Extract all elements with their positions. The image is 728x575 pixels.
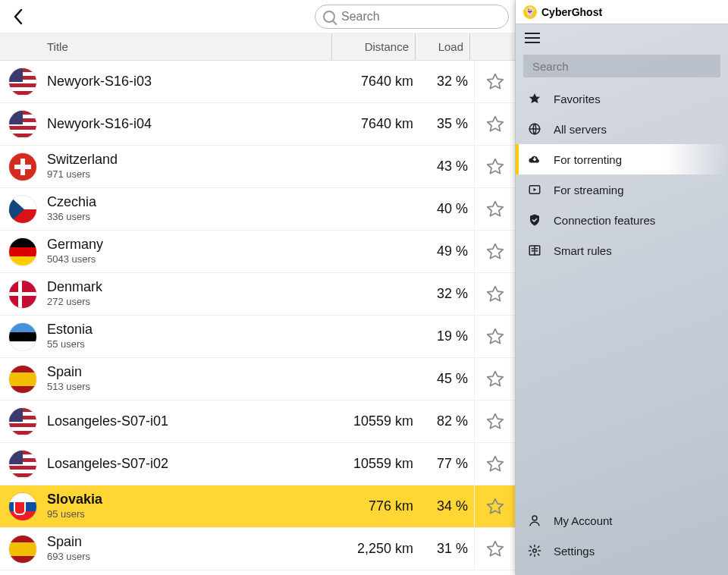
server-row[interactable]: Losangeles-S07-i0110559 km82 % <box>0 401 515 443</box>
server-titles: Spain693 users <box>47 535 336 562</box>
side-item-smart-rules[interactable]: Smart rules <box>516 235 728 266</box>
server-row[interactable]: Estonia55 users19 % <box>0 316 515 358</box>
favorite-star-button[interactable] <box>485 412 505 432</box>
col-header-load[interactable]: Load <box>415 33 469 60</box>
col-header-distance[interactable]: Distance <box>331 33 415 60</box>
shield-icon <box>528 213 541 227</box>
favorite-star-button[interactable] <box>485 115 505 134</box>
server-title: Losangeles-S07-i01 <box>47 414 336 429</box>
col-header-favorite <box>469 33 515 60</box>
favorite-star-button[interactable] <box>485 242 505 262</box>
side-item-label: Smart rules <box>554 244 612 257</box>
favorite-cell <box>474 188 515 230</box>
server-title: Losangeles-S07-i02 <box>47 457 336 472</box>
favorite-cell <box>474 146 515 187</box>
flag-icon <box>9 111 36 138</box>
server-title: Newyork-S16-i04 <box>47 117 336 132</box>
favorite-cell <box>474 316 515 357</box>
server-title: Slovakia <box>47 492 336 507</box>
side-item-for-torrenting[interactable]: For torrenting <box>516 144 728 174</box>
favorite-star-button[interactable] <box>485 497 505 517</box>
favorite-cell <box>474 231 515 272</box>
favorite-star-button[interactable] <box>485 157 505 177</box>
col-header-title[interactable]: Title <box>0 40 331 53</box>
server-load: 34 % <box>419 498 474 514</box>
side-panel: 👻 CyberGhost FavoritesAll serversFor tor… <box>516 0 728 575</box>
flag-icon <box>9 323 36 350</box>
flag-icon <box>9 68 36 96</box>
favorite-star-button[interactable] <box>485 454 505 474</box>
side-item-favorites[interactable]: Favorites <box>516 83 728 114</box>
server-titles: Estonia55 users <box>47 322 336 350</box>
server-titles: Switzerland971 users <box>47 152 336 180</box>
favorite-star-button[interactable] <box>485 327 505 347</box>
side-item-for-streaming[interactable]: For streaming <box>516 174 728 205</box>
server-row[interactable]: Newyork-S16-i047640 km35 % <box>0 103 515 146</box>
server-users: 971 users <box>47 169 336 180</box>
brand-logo-icon: 👻 <box>523 5 537 19</box>
hamburger-menu-button[interactable] <box>525 33 540 43</box>
side-item-label: Favorites <box>554 93 601 105</box>
server-title: Denmark <box>47 280 336 295</box>
favorite-cell <box>474 61 515 102</box>
server-titles: Spain513 users <box>47 365 336 392</box>
favorite-star-button[interactable] <box>485 72 505 92</box>
server-row[interactable]: Czechia336 users40 % <box>0 188 515 231</box>
server-title: Germany <box>47 237 336 253</box>
flag-icon <box>9 536 36 563</box>
favorite-star-button[interactable] <box>485 200 505 219</box>
server-row[interactable]: Newyork-S16-i037640 km32 % <box>0 61 515 103</box>
server-users: 55 users <box>47 339 336 350</box>
flag-icon <box>9 366 36 393</box>
back-button[interactable] <box>6 5 30 29</box>
server-search-input[interactable] <box>340 9 500 24</box>
server-row[interactable]: Denmark272 users32 % <box>0 273 515 316</box>
flag-icon <box>9 281 36 308</box>
server-users: 5043 users <box>47 254 336 265</box>
server-list-panel: Title Distance Load Newyork-S16-i037640 … <box>0 0 516 575</box>
server-row[interactable]: Germany5043 users49 % <box>0 231 515 273</box>
side-menu: FavoritesAll serversFor torrentingFor st… <box>516 83 728 266</box>
server-distance: 7640 km <box>336 116 419 132</box>
server-row[interactable]: Slovakia95 users776 km34 % <box>0 485 515 528</box>
search-icon <box>323 11 335 23</box>
topbar <box>0 0 515 33</box>
gear-icon <box>528 544 541 558</box>
chevron-left-icon <box>13 8 24 25</box>
server-load: 82 % <box>419 413 474 429</box>
server-row[interactable]: Spain513 users45 % <box>0 358 515 401</box>
server-load: 32 % <box>419 74 474 90</box>
play-icon <box>528 183 541 196</box>
favorite-star-button[interactable] <box>485 539 505 559</box>
side-item-all-servers[interactable]: All servers <box>516 114 728 144</box>
side-item-label: For streaming <box>554 184 624 196</box>
side-footer-label: My Account <box>554 514 613 527</box>
side-footer: My AccountSettings <box>516 505 728 575</box>
server-distance: 10559 km <box>336 456 419 472</box>
brand-name: CyberGhost <box>541 6 602 18</box>
server-row[interactable]: Spain693 users2,250 km31 % <box>0 528 515 570</box>
side-footer-my-account[interactable]: My Account <box>516 505 728 536</box>
side-item-connection-features[interactable]: Connection features <box>516 205 728 235</box>
favorite-cell <box>474 103 515 145</box>
server-row[interactable]: Losangeles-S07-i0210559 km77 % <box>0 443 515 485</box>
server-row[interactable]: Switzerland971 users43 % <box>0 146 515 188</box>
server-title: Newyork-S16-i03 <box>47 74 336 90</box>
server-titles: Newyork-S16-i04 <box>47 117 336 132</box>
side-search[interactable] <box>523 55 720 77</box>
server-search[interactable] <box>315 5 509 29</box>
side-search-input[interactable] <box>531 59 713 74</box>
favorite-cell <box>474 358 515 400</box>
favorite-cell <box>474 528 515 570</box>
server-users: 336 users <box>47 212 336 222</box>
flag-icon <box>9 493 36 520</box>
server-load: 32 % <box>419 286 474 302</box>
server-load: 77 % <box>419 456 474 472</box>
side-footer-settings[interactable]: Settings <box>516 536 728 566</box>
server-titles: Denmark272 users <box>47 280 336 307</box>
rules-icon <box>528 244 541 257</box>
favorite-star-button[interactable] <box>485 284 505 304</box>
user-icon <box>528 514 541 527</box>
server-titles: Slovakia95 users <box>47 492 336 520</box>
favorite-star-button[interactable] <box>485 369 505 389</box>
